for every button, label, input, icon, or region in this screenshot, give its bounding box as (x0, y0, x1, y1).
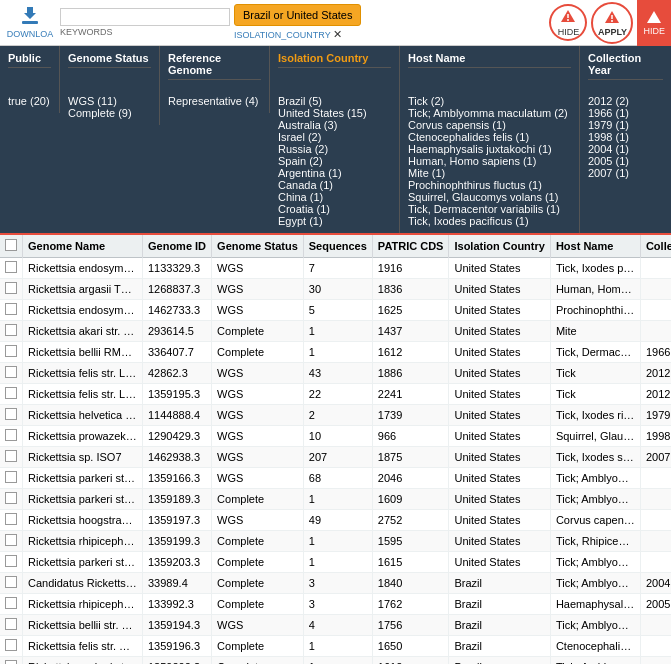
cell-isolation-country: United States (449, 321, 550, 342)
filter-year-2012[interactable]: 2012 (2) (588, 95, 663, 107)
row-checkbox[interactable] (5, 576, 17, 588)
filter-representative[interactable]: Representative (4) (168, 95, 261, 107)
row-checkbox[interactable] (5, 282, 17, 294)
filter-host-tick[interactable]: Tick (2) (408, 95, 571, 107)
filter-year-1979[interactable]: 1979 (1) (588, 119, 663, 131)
filter-year-2007[interactable]: 2007 (1) (588, 167, 663, 179)
cell-isolation-country: United States (449, 489, 550, 510)
row-checkbox[interactable] (5, 597, 17, 609)
filter-host-haemaphysalis[interactable]: Haemaphysalis juxtakochi (1) (408, 143, 571, 155)
col-collection-year-header[interactable]: Collection Year (640, 235, 671, 258)
keywords-input[interactable] (60, 8, 230, 26)
filter-year-1966[interactable]: 1966 (1) (588, 107, 663, 119)
col-host-name-header[interactable]: Host Name (550, 235, 640, 258)
download-button[interactable]: DOWNLOA (4, 7, 56, 39)
cell-collection-year (640, 657, 671, 665)
col-genome-status-header[interactable]: Genome Status (212, 235, 304, 258)
filter-spain[interactable]: Spain (2) (278, 155, 391, 167)
cell-genome-name: Rickettsia rhipicephali strain H (23, 594, 143, 615)
row-checkbox[interactable] (5, 471, 17, 483)
col-patric-cds-header[interactable]: PATRIC CDS (372, 235, 449, 258)
row-checkbox[interactable] (5, 261, 17, 273)
row-checkbox[interactable] (5, 324, 17, 336)
col-header-host-name: Host Name (400, 46, 580, 89)
svg-point-4 (567, 19, 569, 21)
filter-china[interactable]: China (1) (278, 191, 391, 203)
filter-russia[interactable]: Russia (2) (278, 143, 391, 155)
header-checkbox[interactable] (5, 239, 17, 251)
filter-united-states[interactable]: United States (15) (278, 107, 391, 119)
cell-patric-cds: 1609 (372, 489, 449, 510)
row-checkbox[interactable] (5, 429, 17, 441)
filter-host-mite[interactable]: Mite (1) (408, 167, 571, 179)
cell-genome-id: 42862.3 (143, 363, 212, 384)
row-checkbox[interactable] (5, 660, 17, 664)
row-checkbox[interactable] (5, 303, 17, 315)
row-checkbox[interactable] (5, 387, 17, 399)
col-checkbox-header (0, 235, 23, 258)
filter-reference-genome: Representative (4) (160, 89, 270, 113)
cell-host-name: Mite (550, 321, 640, 342)
filter-year-2005[interactable]: 2005 (1) (588, 155, 663, 167)
table-row: Rickettsia argasii T170-B1268837.3WGS301… (0, 279, 671, 300)
hide-button-right[interactable]: HIDE (637, 0, 671, 46)
row-checkbox[interactable] (5, 408, 17, 420)
row-checkbox[interactable] (5, 450, 17, 462)
filter-canada[interactable]: Canada (1) (278, 179, 391, 191)
row-checkbox[interactable] (5, 345, 17, 357)
filter-host-human[interactable]: Human, Homo sapiens (1) (408, 155, 571, 167)
cell-host-name: Tick; Amblyomma mac (550, 489, 640, 510)
filter-host-corvus[interactable]: Corvus capensis (1) (408, 119, 571, 131)
filter-host-tick-derm[interactable]: Tick, Dermacentor variabilis (1) (408, 203, 571, 215)
row-checkbox[interactable] (5, 513, 17, 525)
filter-year-2004[interactable]: 2004 (1) (588, 143, 663, 155)
col-isolation-country-header[interactable]: Isolation Country (449, 235, 550, 258)
remove-filter-icon[interactable]: ✕ (333, 28, 342, 41)
cell-collection-year (640, 300, 671, 321)
filter-public-item[interactable]: true (20) (8, 95, 51, 107)
cell-genome-name: Rickettsia bellii str. RML Mogi (23, 615, 143, 636)
filter-host-squirrel[interactable]: Squirrel, Glaucomys volans (1) (408, 191, 571, 203)
filter-argentina[interactable]: Argentina (1) (278, 167, 391, 179)
cell-host-name: Tick (550, 363, 640, 384)
row-checkbox[interactable] (5, 492, 17, 504)
filter-egypt[interactable]: Egypt (1) (278, 215, 391, 227)
filter-complete[interactable]: Complete (9) (68, 107, 151, 119)
cell-genome-name: Rickettsia akari str. Hartford (23, 321, 143, 342)
table-row: Rickettsia felis str. Pedreira1359196.3C… (0, 636, 671, 657)
filter-brazil[interactable]: Brazil (5) (278, 95, 391, 107)
filter-host-ctenocephalides[interactable]: Ctenocephalides felis (1) (408, 131, 571, 143)
filter-host-tick-ixodes[interactable]: Tick, Ixodes pacificus (1) (408, 215, 571, 227)
cell-host-name: Ctenocephalides felis (550, 636, 640, 657)
row-checkbox-cell (0, 363, 23, 384)
cell-genome-id: 293614.5 (143, 321, 212, 342)
row-checkbox[interactable] (5, 534, 17, 546)
row-checkbox-cell (0, 321, 23, 342)
filter-croatia[interactable]: Croatia (1) (278, 203, 391, 215)
cell-genome-id: 1290429.3 (143, 426, 212, 447)
cell-patric-cds: 1615 (372, 552, 449, 573)
cell-sequences: 1 (303, 531, 372, 552)
row-checkbox[interactable] (5, 555, 17, 567)
filter-israel[interactable]: Israel (2) (278, 131, 391, 143)
apply-button[interactable]: APPLY (591, 2, 633, 44)
filter-australia[interactable]: Australia (3) (278, 119, 391, 131)
cell-genome-id: 1268837.3 (143, 279, 212, 300)
col-sequences-header[interactable]: Sequences (303, 235, 372, 258)
row-checkbox[interactable] (5, 366, 17, 378)
filter-host-prochino[interactable]: Prochinophthirus fluctus (1) (408, 179, 571, 191)
row-checkbox[interactable] (5, 639, 17, 651)
filter-year-1998[interactable]: 1998 (1) (588, 131, 663, 143)
isolation-filter-label[interactable]: ISOLATION_COUNTRY ✕ (234, 28, 342, 41)
filter-wgs[interactable]: WGS (11) (68, 95, 151, 107)
cell-collection-year: 1979 (640, 405, 671, 426)
col-genome-name-header[interactable]: Genome Name (23, 235, 143, 258)
row-checkbox[interactable] (5, 618, 17, 630)
hide-button-left[interactable]: HIDE (549, 4, 587, 41)
cell-genome-name: Rickettsia felis str. LSU-Lb (23, 363, 143, 384)
filter-host-name: Tick (2) Tick; Amblyomma maculatum (2) C… (400, 89, 580, 233)
filter-host-amblyomma[interactable]: Tick; Amblyomma maculatum (2) (408, 107, 571, 119)
cell-sequences: 7 (303, 258, 372, 279)
col-genome-id-header[interactable]: Genome ID (143, 235, 212, 258)
cell-patric-cds: 1625 (372, 300, 449, 321)
